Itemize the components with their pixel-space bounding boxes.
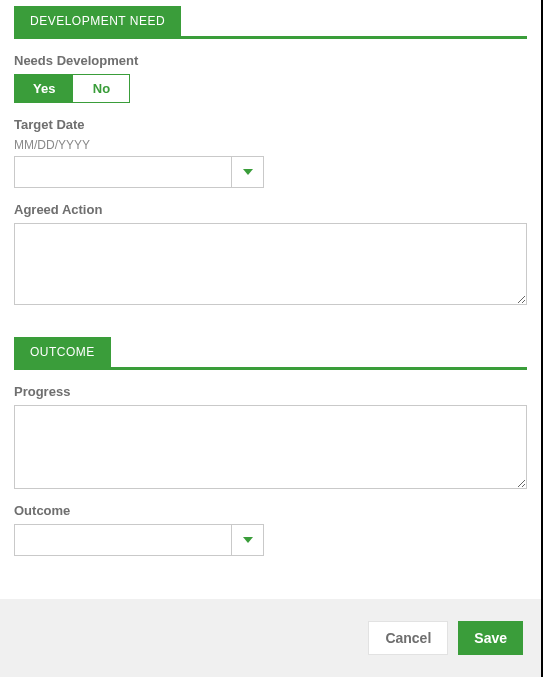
needs-development-field: Needs Development Yes No: [14, 53, 527, 103]
development-section-header: DEVELOPMENT NEED: [14, 6, 527, 39]
agreed-action-field: Agreed Action: [14, 202, 527, 305]
outcome-tab: OUTCOME: [14, 337, 111, 367]
cancel-button[interactable]: Cancel: [368, 621, 448, 655]
needs-development-label: Needs Development: [14, 53, 527, 68]
outcome-input[interactable]: [14, 524, 232, 556]
needs-development-toggle: Yes No: [14, 74, 130, 103]
agreed-action-label: Agreed Action: [14, 202, 527, 217]
target-date-label: Target Date: [14, 117, 527, 132]
chevron-down-icon: [243, 537, 253, 543]
progress-textarea[interactable]: [14, 405, 527, 489]
outcome-combo: [14, 524, 264, 556]
needs-development-no[interactable]: No: [73, 75, 129, 102]
save-button[interactable]: Save: [458, 621, 523, 655]
agreed-action-textarea[interactable]: [14, 223, 527, 305]
development-tab: DEVELOPMENT NEED: [14, 6, 181, 36]
outcome-dropdown-button[interactable]: [232, 524, 264, 556]
target-date-hint: MM/DD/YYYY: [14, 138, 527, 152]
outcome-field: Outcome: [14, 503, 527, 556]
progress-label: Progress: [14, 384, 527, 399]
target-date-combo: [14, 156, 264, 188]
outcome-label: Outcome: [14, 503, 527, 518]
footer-bar: Cancel Save: [0, 599, 541, 677]
target-date-input[interactable]: [14, 156, 232, 188]
needs-development-yes[interactable]: Yes: [15, 75, 73, 102]
target-date-dropdown-button[interactable]: [232, 156, 264, 188]
target-date-field: Target Date MM/DD/YYYY: [14, 117, 527, 188]
outcome-section-header: OUTCOME: [14, 337, 527, 370]
chevron-down-icon: [243, 169, 253, 175]
progress-field: Progress: [14, 384, 527, 489]
